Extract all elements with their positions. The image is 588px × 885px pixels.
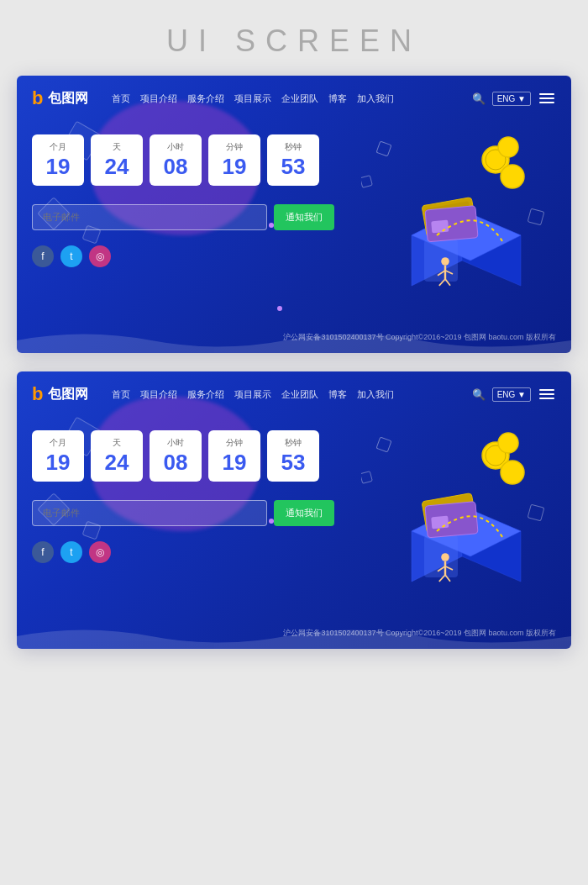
countdown-days-value-2: 24 [105,450,129,475]
svg-rect-17 [528,208,544,225]
facebook-icon-2[interactable]: f [32,541,54,563]
instagram-icon[interactable]: ◎ [89,245,111,267]
countdown-months-label: 个月 [50,141,66,153]
lang-button[interactable]: ENG ▼ [492,92,531,106]
email-row-2: 通知我们 [32,500,334,526]
countdown-hours: 小时 08 [150,134,202,186]
nav-right-2: 🔍 ENG ▼ [472,387,556,402]
countdown-minutes: 分钟 19 [208,134,260,186]
countdown-minutes-value: 19 [223,155,247,179]
countdown-hours-2: 小时 08 [150,430,202,482]
countdown-days-label-2: 天 [113,437,121,449]
nav-home[interactable]: 首页 [112,92,130,105]
countdown-days-value: 24 [105,155,129,179]
nav-display-2[interactable]: 项目展示 [234,388,271,401]
nav-blog-2[interactable]: 博客 [328,388,347,401]
instagram-icon-2[interactable]: ◎ [89,541,111,563]
ui-card-1: b 包图网 首页 项目介绍 服务介绍 项目展示 企业团队 博客 加入我们 🔍 E… [17,76,571,353]
countdown-seconds-label: 秒钟 [285,141,302,153]
logo-text: 包图网 [48,90,88,108]
menu-line-3 [539,102,554,103]
svg-rect-33 [431,516,449,529]
menu-line-6 [539,398,554,399]
navbar-2: b 包图网 首页 项目介绍 服务介绍 项目展示 企业团队 博客 加入我们 🔍 E… [17,371,571,414]
nav-intro[interactable]: 项目介绍 [140,92,177,105]
menu-line-4 [539,389,554,391]
countdown-months-value: 19 [46,155,71,179]
search-icon[interactable]: 🔍 [472,92,486,105]
nav-right-1: 🔍 ENG ▼ [472,92,556,106]
svg-rect-40 [528,504,544,521]
menu-line-2 [539,97,554,99]
countdown-hours-value: 08 [164,155,188,179]
countdown-row-1: 个月 19 天 24 小时 08 分钟 19 秒钟 53 [32,134,556,186]
countdown-minutes-2: 分钟 19 [208,430,260,482]
countdown-months-value-2: 19 [46,450,71,475]
countdown-months-label-2: 个月 [50,437,66,449]
logo-2: b 包图网 [32,383,88,405]
search-icon-2[interactable]: 🔍 [472,388,486,401]
email-row-1: 通知我们 [32,204,334,230]
main-content-1: 个月 19 天 24 小时 08 分钟 19 秒钟 53 [17,118,571,353]
navbar-1: b 包图网 首页 项目介绍 服务介绍 项目展示 企业团队 博客 加入我们 🔍 E… [17,76,571,118]
nav-team[interactable]: 企业团队 [281,92,318,105]
nav-service-2[interactable]: 服务介绍 [187,388,224,401]
countdown-row-2: 个月 19 天 24 小时 08 分钟 19 秒钟 53 [32,430,556,482]
nav-join-2[interactable]: 加入我们 [357,388,394,401]
menu-icon[interactable] [538,92,556,105]
countdown-seconds-2: 秒钟 53 [267,430,319,482]
countdown-minutes-label-2: 分钟 [226,437,243,449]
blue-background-2: b 包图网 首页 项目介绍 服务介绍 项目展示 企业团队 博客 加入我们 🔍 E… [17,371,571,649]
nav-display[interactable]: 项目展示 [234,92,271,105]
countdown-months: 个月 19 [32,134,84,186]
email-input[interactable] [32,204,267,230]
lang-button-2[interactable]: ENG ▼ [492,387,531,402]
footer-text-2: 沪公网安备3101502400137号 Copyright©2016~2019 … [283,628,556,639]
countdown-minutes-value-2: 19 [223,450,247,475]
social-row-1: f t ◎ [32,245,556,267]
countdown-seconds-label-2: 秒钟 [285,437,302,449]
countdown-months-2: 个月 19 [32,430,84,482]
countdown-hours-value-2: 08 [164,450,188,475]
countdown-hours-label: 小时 [167,141,184,153]
countdown-days-label: 天 [113,141,121,153]
countdown-days-2: 天 24 [91,430,143,482]
countdown-seconds-value-2: 53 [281,450,306,475]
blue-background-1: b 包图网 首页 项目介绍 服务介绍 项目展示 企业团队 博客 加入我们 🔍 E… [17,76,571,353]
ui-card-2: b 包图网 首页 项目介绍 服务介绍 项目展示 企业团队 博客 加入我们 🔍 E… [17,371,571,649]
facebook-icon[interactable]: f [32,245,54,267]
footer-text-1: 沪公网安备3101502400137号 Copyright©2016~2019 … [283,332,556,343]
countdown-seconds-value: 53 [281,155,306,179]
page-title-text: UI SCREEN [166,0,422,76]
nav-links-1: 首页 项目介绍 服务介绍 项目展示 企业团队 博客 加入我们 [112,92,471,105]
nav-service[interactable]: 服务介绍 [187,92,224,105]
countdown-days: 天 24 [91,134,143,186]
countdown-seconds: 秒钟 53 [267,134,319,186]
main-content-2: 个月 19 天 24 小时 08 分钟 19 秒钟 53 [17,414,571,649]
menu-icon-2[interactable] [538,387,556,401]
nav-intro-2[interactable]: 项目介绍 [140,388,177,401]
nav-blog[interactable]: 博客 [328,92,347,105]
twitter-icon-2[interactable]: t [60,541,82,563]
nav-links-2: 首页 项目介绍 服务介绍 项目展示 企业团队 博客 加入我们 [112,388,471,401]
notify-button-2[interactable]: 通知我们 [274,500,334,526]
logo-1: b 包图网 [32,87,88,109]
menu-line-5 [539,393,554,395]
logo-b-icon-2: b [32,383,43,405]
menu-line-1 [539,93,554,95]
email-input-2[interactable] [32,500,267,526]
twitter-icon[interactable]: t [60,245,82,267]
social-row-2: f t ◎ [32,541,556,563]
svg-rect-10 [431,220,449,234]
nav-team-2[interactable]: 企业团队 [281,388,318,401]
logo-b-icon: b [32,87,43,109]
countdown-minutes-label: 分钟 [226,141,243,153]
nav-home-2[interactable]: 首页 [112,388,130,401]
logo-text-2: 包图网 [48,386,88,403]
nav-join[interactable]: 加入我们 [357,92,394,105]
notify-button[interactable]: 通知我们 [274,204,334,230]
countdown-hours-label-2: 小时 [167,437,184,449]
